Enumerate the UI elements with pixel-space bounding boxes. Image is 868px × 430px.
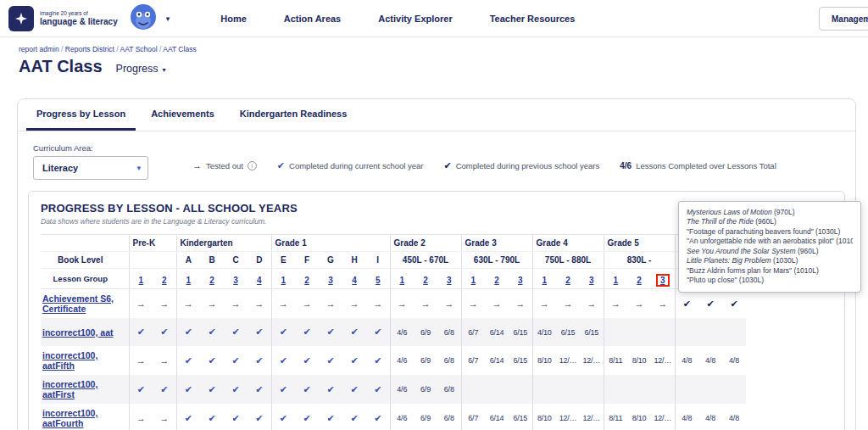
progress-cell: 6/8 bbox=[437, 346, 461, 375]
completed-current-check-icon: ✔ bbox=[185, 327, 192, 337]
progress-cell: → bbox=[509, 289, 532, 319]
tested-out-arrow-icon: → bbox=[159, 299, 169, 309]
progress-cell: 4/8 bbox=[722, 346, 746, 375]
breadcrumb-item[interactable]: report admin bbox=[19, 45, 65, 53]
legend-previous-years: ✔ Completed during previous school years bbox=[443, 160, 599, 171]
lesson-group-cell: 3 bbox=[319, 269, 342, 289]
tab-achievements[interactable]: Achievements bbox=[141, 99, 225, 131]
book-level-header: 450L - 670L bbox=[390, 252, 461, 269]
row-label-link[interactable]: incorrect100, aatFifth bbox=[42, 350, 97, 371]
tested-out-arrow-icon: → bbox=[373, 299, 382, 309]
progress-cell: ✔ bbox=[319, 346, 342, 375]
chevron-down-icon: ▾ bbox=[163, 66, 166, 74]
lesson-tooltip-list: Mysterious Laws of Motion (970L)The Thri… bbox=[687, 208, 853, 286]
lesson-group-link[interactable]: 3 bbox=[516, 275, 525, 286]
tested-out-arrow-icon: → bbox=[421, 299, 431, 309]
lesson-group-link[interactable]: 2 bbox=[421, 275, 430, 286]
lessons-fraction: 6/8 bbox=[444, 356, 454, 365]
tooltip-lesson-item: See You Around the Solar System (960L) bbox=[687, 247, 853, 256]
lesson-group-link[interactable]: 1 bbox=[540, 275, 548, 286]
progress-cell: 8/10 bbox=[627, 404, 651, 430]
lesson-group-link[interactable]: 4 bbox=[255, 275, 264, 286]
progress-cell: ✔ bbox=[271, 404, 295, 430]
book-level-header: 630L - 790L bbox=[461, 252, 532, 269]
progress-cell: 4/6 bbox=[390, 346, 414, 375]
breadcrumb-item[interactable]: AAT School bbox=[120, 45, 164, 53]
row-label-link[interactable]: incorrect100, aatFirst bbox=[42, 379, 97, 399]
progress-cell: 6/14 bbox=[485, 404, 509, 430]
lesson-group-cell: 2 bbox=[485, 269, 509, 289]
progress-cell: 4/8 bbox=[722, 404, 746, 430]
lesson-group-cell: 2 bbox=[627, 269, 651, 289]
lesson-group-link[interactable]: 4 bbox=[350, 275, 359, 286]
lesson-group-link[interactable]: 3 bbox=[326, 275, 335, 286]
row-label-link[interactable]: Achievement S6, Certificate bbox=[42, 293, 114, 314]
lessons-fraction: 12/… bbox=[582, 356, 600, 365]
legend-fraction-label: Lessons Completed over Lessons Total bbox=[636, 161, 776, 170]
completed-current-check-icon: ✔ bbox=[255, 384, 263, 394]
row-label-link[interactable]: incorrect100, aatFourth bbox=[42, 408, 97, 428]
lesson-group-link[interactable]: 3 bbox=[445, 275, 453, 286]
completed-current-check-icon: ✔ bbox=[303, 327, 310, 337]
lesson-group-link[interactable]: 2 bbox=[160, 275, 169, 286]
completed-current-check-icon: ✔ bbox=[374, 327, 381, 337]
tab-kindergarten-readiness[interactable]: Kindergarten Readiness bbox=[230, 99, 358, 131]
lesson-group-link[interactable]: 1 bbox=[611, 275, 620, 286]
lesson-group-link[interactable]: 5 bbox=[374, 275, 382, 286]
completed-current-check-icon: ✔ bbox=[326, 413, 334, 423]
lesson-group-link[interactable]: 3 bbox=[587, 275, 596, 286]
progress-cell bbox=[604, 375, 627, 404]
tested-out-arrow-icon: → bbox=[136, 355, 146, 366]
grade-header: Grade 5 bbox=[604, 235, 675, 252]
lesson-group-link[interactable]: 2 bbox=[492, 275, 501, 286]
info-icon[interactable]: i bbox=[248, 161, 257, 170]
nav-item-action-areas[interactable]: Action Areas bbox=[284, 14, 341, 24]
completed-current-check-icon: ✔ bbox=[137, 384, 145, 394]
app-logo[interactable]: imagine 20 years of language & literacy … bbox=[0, 3, 170, 35]
legend-tested-out: → Tested out i bbox=[192, 160, 257, 170]
completed-current-check-icon: ✔ bbox=[280, 413, 287, 423]
nav-item-activity-explorer[interactable]: Activity Explorer bbox=[378, 14, 452, 24]
completed-current-check-icon: ✔ bbox=[303, 384, 310, 394]
view-selector-dropdown[interactable]: Progress ▾ bbox=[116, 63, 166, 75]
tooltip-lesson-title: "Pluto up close" bbox=[687, 276, 737, 284]
legend: → Tested out i ✔ Completed during curren… bbox=[192, 154, 776, 177]
tested-out-arrow-icon: → bbox=[611, 299, 620, 309]
curriculum-area-select[interactable]: Literacy ▾ bbox=[33, 156, 148, 180]
chevron-down-icon[interactable]: ▾ bbox=[166, 14, 170, 23]
lesson-group-link[interactable]: 1 bbox=[184, 275, 192, 286]
tab-progress-by-lesson[interactable]: Progress by Lesson bbox=[26, 99, 136, 131]
lessons-fraction: 8/10 bbox=[632, 356, 647, 365]
lesson-group-link[interactable]: 1 bbox=[469, 275, 477, 286]
tested-out-arrow-icon: → bbox=[326, 299, 336, 309]
progress-cell bbox=[651, 375, 675, 404]
lesson-group-row-label: Lesson Group bbox=[41, 269, 129, 289]
lesson-group-link[interactable]: 2 bbox=[635, 275, 643, 286]
logo-product-name: language & literacy bbox=[40, 17, 118, 26]
progress-cell: 6/15 bbox=[580, 318, 604, 346]
progress-cell: ✔ bbox=[200, 375, 224, 404]
breadcrumb-item[interactable]: Reports District bbox=[65, 45, 120, 53]
progress-cell bbox=[698, 318, 722, 346]
nav-item-home[interactable]: Home bbox=[220, 14, 247, 24]
progress-cell: ✔ bbox=[224, 404, 248, 430]
completed-current-check-icon: ✔ bbox=[350, 413, 358, 423]
lesson-group-link[interactable]: 2 bbox=[564, 275, 572, 286]
row-label-link[interactable]: incorrect100, aat bbox=[42, 327, 113, 338]
lesson-group-link[interactable]: 3 bbox=[231, 275, 240, 286]
progress-cell bbox=[532, 375, 556, 404]
progress-cell: → bbox=[271, 289, 295, 319]
lesson-group-link[interactable]: 1 bbox=[398, 275, 406, 286]
management-button[interactable]: Management bbox=[819, 7, 868, 31]
lesson-group-link[interactable]: 2 bbox=[208, 275, 216, 286]
lesson-group-link[interactable]: 1 bbox=[279, 275, 287, 286]
book-level-header-row: Book Level ABCDEFGHI450L - 670L630L - 79… bbox=[41, 252, 746, 269]
progress-cell: → bbox=[556, 289, 580, 319]
progress-cell: 6/15 bbox=[509, 404, 532, 430]
lesson-group-link[interactable]: 2 bbox=[303, 275, 311, 286]
completed-current-check-icon: ✔ bbox=[208, 355, 215, 366]
progress-cell: 4/8 bbox=[675, 404, 698, 430]
nav-item-teacher-resources[interactable]: Teacher Resources bbox=[490, 14, 576, 24]
lesson-group-link[interactable]: 1 bbox=[136, 275, 145, 286]
target-lesson-group-link[interactable]: 3 bbox=[656, 274, 670, 287]
